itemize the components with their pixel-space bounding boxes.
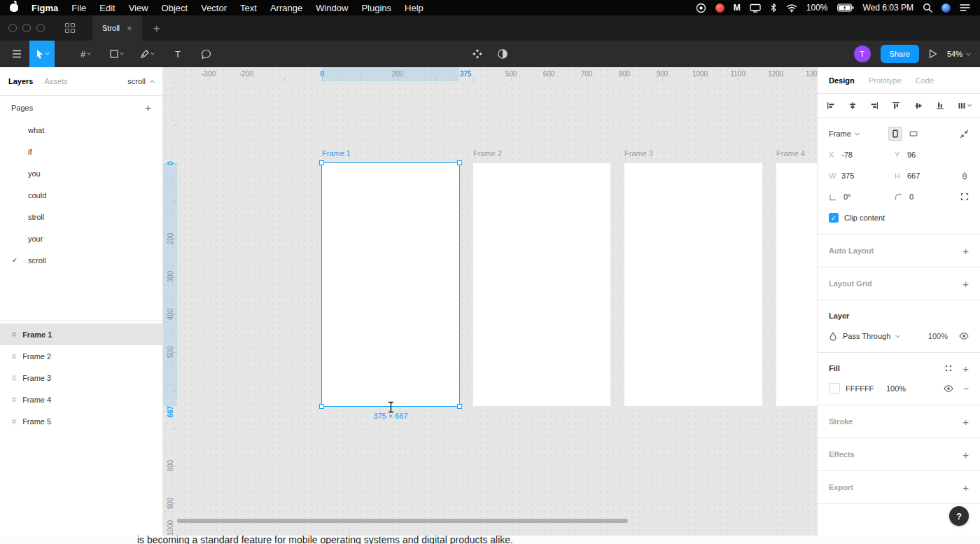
notification-list-icon[interactable] [960,4,970,12]
layer-item-frame-3[interactable]: # Frame 3 [0,367,162,389]
height-field[interactable]: H 667 [895,172,960,180]
minimize-window-button[interactable] [22,24,31,32]
mask-tool-icon[interactable] [497,48,508,60]
frame-type-dropdown[interactable]: Frame [829,130,859,138]
x-position-field[interactable]: X -78 [829,151,895,159]
resize-handle-top-right[interactable] [457,160,462,165]
resize-handle-top-left[interactable] [319,160,324,165]
tidy-up-icon[interactable] [958,102,971,110]
page-item-if[interactable]: if [0,141,162,162]
menu-file[interactable]: File [71,3,86,13]
menu-vector[interactable]: Vector [201,3,227,13]
resize-handle-bottom-right[interactable] [457,404,462,409]
layer-item-frame-4[interactable]: # Frame 4 [0,389,162,410]
frame-tool-button[interactable]: # [73,41,98,67]
menubar-clock[interactable]: Wed 6:03 PM [863,3,913,13]
battery-icon[interactable] [837,4,854,12]
bluetooth-icon[interactable] [770,3,777,13]
tab-assets[interactable]: Assets [44,77,67,85]
app-status-icon[interactable] [715,4,724,13]
move-tool-button[interactable] [29,41,55,67]
menu-edit[interactable]: Edit [99,3,115,13]
y-position-field[interactable]: Y 96 [895,151,960,159]
corner-radius-field[interactable]: 0 [895,193,960,201]
align-left-icon[interactable] [827,102,835,110]
spotlight-search-icon[interactable] [923,3,932,13]
page-item-stroll[interactable]: stroll [0,206,162,228]
layer-item-frame-5[interactable]: # Frame 5 [0,410,162,432]
add-effect-button[interactable]: + [962,449,969,460]
fill-hex-value[interactable]: FFFFFF [846,384,886,393]
frame-2-label[interactable]: Frame 2 [473,149,502,158]
layer-item-frame-1[interactable]: # Frame 1 [0,323,162,345]
tab-stroll[interactable]: Stroll × [92,15,142,41]
canvas-horizontal-scrollbar[interactable] [177,519,628,523]
wifi-icon[interactable] [786,4,797,13]
tab-code[interactable]: Code [916,76,934,85]
main-menu-button[interactable] [4,41,29,67]
present-button[interactable] [929,49,937,59]
add-page-button[interactable]: + [145,102,151,113]
menu-window[interactable]: Window [316,3,348,13]
share-button[interactable]: Share [881,45,919,63]
move-tool-chevron-icon[interactable] [46,51,50,55]
layer-visibility-eye-icon[interactable] [959,332,969,340]
canvas[interactable]: -300 -200 0 200 375 500 600 700 800 900 … [163,67,817,536]
constrain-proportions-icon[interactable] [960,172,969,181]
add-stroke-button[interactable]: + [962,417,969,427]
shape-tool-button[interactable] [104,41,129,67]
frame-2[interactable] [473,163,610,406]
shape-tool-chevron-icon[interactable] [120,51,124,55]
page-item-scroll-current[interactable]: ✓ scroll [0,249,162,271]
rotation-field[interactable]: 0° [829,193,895,201]
fill-visibility-eye-icon[interactable] [944,384,953,393]
resize-handle-bottom-left[interactable] [319,404,324,409]
layer-opacity-value[interactable]: 100% [928,332,948,340]
control-center-icon[interactable] [941,4,951,13]
frame-tool-chevron-icon[interactable] [87,51,91,55]
add-export-button[interactable]: + [962,482,969,493]
menu-plugins[interactable]: Plugins [361,3,391,13]
frame-1-label[interactable]: Frame 1 [322,149,351,158]
tab-close-icon[interactable]: × [127,24,132,33]
resize-to-fit-icon[interactable] [960,130,969,139]
frame-1-selected[interactable] [322,163,459,406]
clip-content-checkbox[interactable]: ✓ [829,213,839,223]
display-icon[interactable] [750,4,761,13]
zoom-window-button[interactable] [36,24,45,32]
apple-icon[interactable] [10,4,18,12]
text-tool-button[interactable]: T [165,41,190,67]
independent-corners-icon[interactable] [960,193,969,201]
fill-color-swatch[interactable] [829,383,840,394]
zoom-menu[interactable]: 54% [947,50,970,58]
page-item-could[interactable]: could [0,184,162,206]
menu-object[interactable]: Object [162,3,188,13]
component-tool-icon[interactable] [472,48,483,60]
pen-tool-chevron-icon[interactable] [150,51,155,55]
page-item-you[interactable]: you [0,162,162,184]
add-layout-grid-button[interactable]: + [962,279,969,289]
orientation-landscape-button[interactable] [906,127,920,141]
tab-prototype[interactable]: Prototype [869,76,902,85]
new-tab-button[interactable]: + [153,22,160,34]
layer-item-frame-2[interactable]: # Frame 2 [0,345,162,367]
comment-tool-button[interactable] [193,41,218,67]
frame-4[interactable] [776,163,817,406]
m-app-icon[interactable]: M [734,3,741,13]
blend-mode-dropdown[interactable]: Pass Through [829,332,899,341]
menu-help[interactable]: Help [405,3,424,13]
width-field[interactable]: W 375 [829,172,895,180]
menu-text[interactable]: Text [240,3,257,13]
help-button[interactable]: ? [949,506,969,526]
align-right-icon[interactable] [870,102,878,110]
align-vertical-center-icon[interactable] [914,102,923,110]
close-window-button[interactable] [8,24,17,32]
fill-opacity-value[interactable]: 100% [886,384,910,393]
orientation-portrait-button[interactable] [888,127,902,141]
page-selector[interactable]: scroll [127,77,154,85]
add-auto-layout-button[interactable]: + [962,246,969,256]
align-top-icon[interactable] [892,102,900,110]
user-avatar[interactable]: T [854,46,871,62]
align-bottom-icon[interactable] [936,102,944,110]
add-fill-button[interactable]: + [962,363,969,374]
